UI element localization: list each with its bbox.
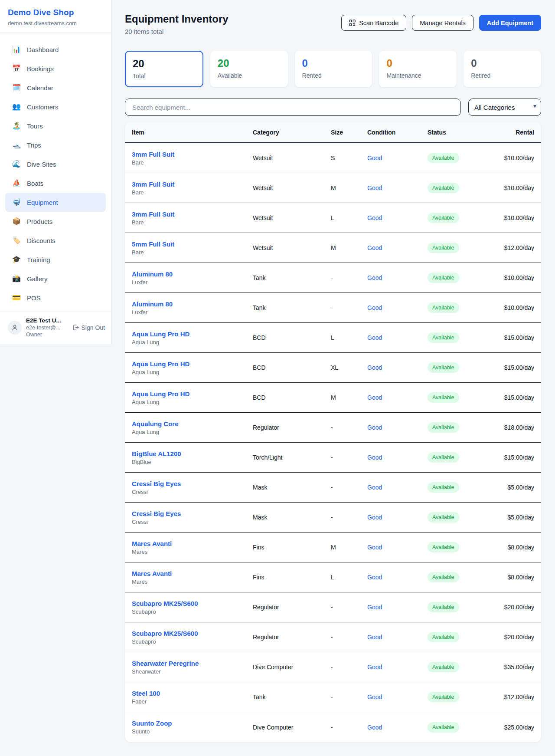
item-name-link[interactable]: Aqua Lung Pro HD	[132, 360, 253, 368]
status-badge: Available	[428, 302, 459, 313]
item-name-link[interactable]: Aqua Lung Pro HD	[132, 390, 253, 398]
item-name-link[interactable]: Steel 100	[132, 690, 253, 697]
item-category: Mask	[253, 484, 331, 491]
sidebar-item-trips[interactable]: 🛥️ Trips	[5, 135, 106, 154]
item-name-link[interactable]: 3mm Full Suit	[132, 181, 253, 188]
sidebar-item-tours[interactable]: 🏝️ Tours	[5, 116, 106, 135]
item-name-link[interactable]: Scubapro MK25/S600	[132, 630, 253, 637]
brand-block: Demo Dive Shop demo.test.divestreams.com	[0, 0, 111, 33]
item-name-link[interactable]: BigBlue AL1200	[132, 450, 253, 457]
item-name-link[interactable]: Aqualung Core	[132, 420, 253, 427]
item-name-link[interactable]: 3mm Full Suit	[132, 151, 253, 158]
item-condition-link[interactable]: Good	[367, 214, 428, 221]
table-row: Aqua Lung Pro HD Aqua Lung BCD M Good Av…	[125, 383, 541, 413]
item-name-link[interactable]: 3mm Full Suit	[132, 210, 253, 218]
qr-code-icon	[349, 20, 356, 26]
item-condition-link[interactable]: Good	[367, 634, 428, 641]
table-row: Aluminum 80 Luxfer Tank - Good Available…	[125, 293, 541, 323]
manage-rentals-label: Manage Rentals	[420, 20, 466, 26]
item-category: Fins	[253, 574, 331, 581]
sidebar: Demo Dive Shop demo.test.divestreams.com…	[0, 0, 111, 344]
item-condition-link[interactable]: Good	[367, 694, 428, 700]
stat-card-total[interactable]: 20 Total	[125, 51, 203, 87]
item-condition-link[interactable]: Good	[367, 424, 428, 431]
sidebar-item-dashboard[interactable]: 📊 Dashboard	[5, 40, 106, 59]
page-title-block: Equipment Inventory 20 items total	[125, 13, 229, 35]
add-equipment-button[interactable]: Add Equipment	[479, 15, 541, 31]
scan-barcode-button[interactable]: Scan Barcode	[341, 15, 406, 31]
stat-value: 0	[471, 57, 534, 69]
item-brand: Scubapro	[132, 608, 253, 615]
item-rental-rate: $35.00/day	[501, 664, 534, 671]
stat-card-available[interactable]: 20 Available	[210, 51, 288, 87]
category-select[interactable]: All Categories	[468, 99, 541, 116]
item-condition-link[interactable]: Good	[367, 664, 428, 671]
item-name-link[interactable]: Scubapro MK25/S600	[132, 600, 253, 607]
item-size: -	[331, 514, 367, 521]
item-condition-link[interactable]: Good	[367, 394, 428, 401]
item-condition-link[interactable]: Good	[367, 724, 428, 731]
nav-item-label: POS	[27, 294, 41, 302]
status-badge: Available	[428, 632, 459, 642]
item-name-link[interactable]: Cressi Big Eyes	[132, 510, 253, 517]
item-condition-link[interactable]: Good	[367, 154, 428, 161]
item-size: L	[331, 214, 367, 221]
sidebar-item-discounts[interactable]: 🏷️ Discounts	[5, 231, 106, 250]
sidebar-item-boats[interactable]: ⛵ Boats	[5, 174, 106, 193]
sidebar-item-training[interactable]: 🎓 Training	[5, 250, 106, 269]
sidebar-item-pos[interactable]: 💳 POS	[5, 288, 106, 307]
item-condition-link[interactable]: Good	[367, 544, 428, 551]
search-input[interactable]	[125, 99, 461, 116]
island-icon: 🏝️	[12, 122, 21, 129]
item-condition-link[interactable]: Good	[367, 514, 428, 521]
sidebar-item-customers[interactable]: 👥 Customers	[5, 97, 106, 116]
item-name-link[interactable]: Aluminum 80	[132, 300, 253, 308]
manage-rentals-button[interactable]: Manage Rentals	[412, 15, 473, 31]
item-name-link[interactable]: Cressi Big Eyes	[132, 480, 253, 487]
item-rental-rate: $15.00/day	[501, 454, 534, 461]
sidebar-item-products[interactable]: 📦 Products	[5, 212, 106, 231]
stat-card-maintenance[interactable]: 0 Maintenance	[379, 51, 457, 87]
item-brand: Faber	[132, 698, 253, 705]
item-condition-link[interactable]: Good	[367, 334, 428, 341]
item-name-link[interactable]: Mares Avanti	[132, 570, 253, 577]
item-condition-link[interactable]: Good	[367, 574, 428, 581]
sidebar-item-gallery[interactable]: 📸 Gallery	[5, 269, 106, 288]
sidebar-item-dive-sites[interactable]: 🌊 Dive Sites	[5, 154, 106, 174]
item-condition-link[interactable]: Good	[367, 184, 428, 191]
item-condition-link[interactable]: Good	[367, 604, 428, 611]
page-title: Equipment Inventory	[125, 13, 229, 25]
table-row: Steel 100 Faber Tank - Good Available $1…	[125, 682, 541, 712]
item-category: Tank	[253, 694, 331, 700]
item-condition-link[interactable]: Good	[367, 244, 428, 251]
nav-item-label: Equipment	[27, 199, 58, 206]
user-meta: E2E Test U... e2e-tester@... Owner	[26, 317, 68, 338]
status-badge: Available	[428, 602, 459, 612]
sidebar-item-calendar[interactable]: 🗓️ Calendar	[5, 78, 106, 97]
item-name-link[interactable]: Suunto Zoop	[132, 720, 253, 727]
stat-card-retired[interactable]: 0 Retired	[464, 51, 541, 87]
item-condition-link[interactable]: Good	[367, 454, 428, 461]
item-condition-link[interactable]: Good	[367, 304, 428, 311]
item-condition-link[interactable]: Good	[367, 364, 428, 371]
item-condition-link[interactable]: Good	[367, 484, 428, 491]
item-name-link[interactable]: Aqua Lung Pro HD	[132, 330, 253, 338]
stat-card-rented[interactable]: 0 Rented	[295, 51, 372, 87]
item-size: -	[331, 484, 367, 491]
item-name-link[interactable]: Shearwater Peregrine	[132, 660, 253, 667]
people-icon: 👥	[12, 103, 21, 110]
status-badge: Available	[428, 512, 459, 523]
item-name-link[interactable]: Aluminum 80	[132, 270, 253, 278]
item-size: S	[331, 154, 367, 161]
item-name-link[interactable]: Mares Avanti	[132, 540, 253, 547]
table-row: Suunto Zoop Suunto Dive Computer - Good …	[125, 712, 541, 742]
sidebar-item-equipment[interactable]: 🤿 Equipment	[5, 193, 106, 212]
sidebar-item-bookings[interactable]: 📅 Bookings	[5, 59, 106, 78]
item-brand: Cressi	[132, 519, 253, 525]
sign-out-button[interactable]: Sign Out	[72, 324, 105, 331]
item-name-link[interactable]: 5mm Full Suit	[132, 240, 253, 248]
nav-item-label: Customers	[27, 103, 59, 111]
item-condition-link[interactable]: Good	[367, 274, 428, 281]
item-size: -	[331, 604, 367, 611]
item-category: Torch/Light	[253, 454, 331, 461]
